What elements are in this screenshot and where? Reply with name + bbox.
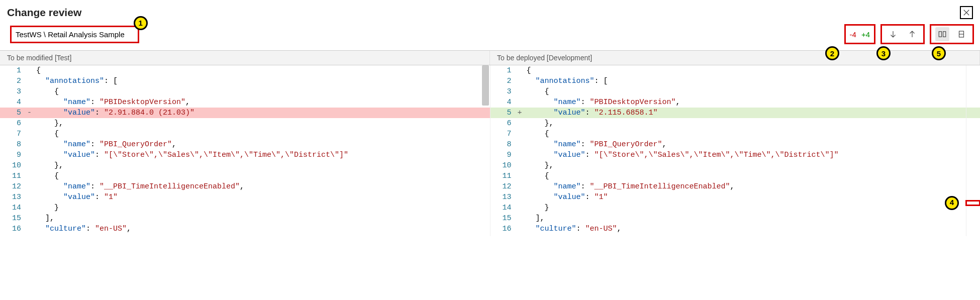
line-number: 6	[0, 118, 27, 129]
code-text: {	[34, 86, 490, 97]
code-line[interactable]: 6 },	[491, 118, 981, 129]
code-line[interactable]: 16 "culture": "en-US",	[0, 224, 490, 234]
code-line[interactable]: 11 {	[0, 171, 490, 181]
callout-3: 3	[876, 46, 891, 60]
code-line[interactable]: 4 "name": "PBIDesktopVersion",	[491, 97, 981, 108]
diff-marker	[27, 192, 34, 203]
line-number: 10	[491, 160, 518, 171]
code-line[interactable]: 11 {	[491, 171, 981, 181]
code-line[interactable]: 5+ "value": "2.115.6858.1"	[491, 108, 981, 118]
diff-marker	[27, 118, 34, 129]
diff-marker	[27, 65, 34, 76]
callout-1: 1	[134, 16, 148, 30]
diff-marker: +	[518, 108, 525, 118]
line-number: 4	[491, 97, 518, 108]
prev-diff-button[interactable]	[905, 27, 919, 41]
code-text: "annotations": [	[34, 76, 490, 86]
minimap[interactable]	[966, 65, 980, 236]
code-text: "name": "PBI_QueryOrder",	[525, 139, 981, 150]
code-line[interactable]: 5- "value": "2.91.884.0 (21.03)"	[0, 108, 490, 118]
code-line[interactable]: 9 "value": "[\"Store\",\"Sales\",\"Item\…	[491, 150, 981, 160]
code-line[interactable]: 6 },	[0, 118, 490, 129]
diff-marker	[27, 203, 34, 213]
code-line[interactable]: 2 "annotations": [	[491, 76, 981, 86]
svg-rect-0	[939, 32, 941, 37]
code-text: {	[34, 65, 490, 76]
code-text: "culture": "en-US",	[34, 224, 490, 234]
code-line[interactable]: 12 "name": "__PBI_TimeIntelligenceEnable…	[491, 181, 981, 192]
side-by-side-view-button[interactable]	[935, 27, 949, 41]
line-number: 15	[0, 213, 27, 224]
line-number: 16	[0, 224, 27, 234]
diff-marker	[518, 76, 525, 86]
diff-marker	[27, 160, 34, 171]
code-text: ],	[34, 213, 490, 224]
code-line[interactable]: 8 "name": "PBI_QueryOrder",	[491, 139, 981, 150]
arrow-up-icon	[908, 30, 917, 39]
diff-marker	[518, 160, 525, 171]
arrow-down-icon	[889, 30, 898, 39]
diff-count-group: -4 +4	[844, 24, 875, 44]
code-line[interactable]: 4 "name": "PBIDesktopVersion",	[0, 97, 490, 108]
diff-nav-group	[880, 24, 925, 44]
code-line[interactable]: 7 {	[491, 129, 981, 139]
code-line[interactable]: 8 "name": "PBI_QueryOrder",	[0, 139, 490, 150]
code-line[interactable]: 12 "name": "__PBI_TimeIntelligenceEnable…	[0, 181, 490, 192]
diff-marker	[27, 139, 34, 150]
view-mode-group	[930, 24, 974, 44]
toolbar-right: -4 +4	[844, 24, 974, 44]
inline-view-button[interactable]	[954, 27, 968, 41]
code-text: {	[34, 171, 490, 181]
code-line[interactable]: 3 {	[491, 86, 981, 97]
code-line[interactable]: 3 {	[0, 86, 490, 97]
code-text: "name": "__PBI_TimeIntelligenceEnabled",	[34, 181, 490, 192]
code-line[interactable]: 16 "culture": "en-US",	[491, 224, 981, 234]
code-text: "value": "2.115.6858.1"	[525, 108, 981, 118]
right-diff-pane[interactable]: 1{2 "annotations": [3 {4 "name": "PBIDes…	[491, 65, 981, 236]
code-line[interactable]: 14 }	[0, 203, 490, 213]
code-line[interactable]: 1{	[491, 65, 981, 76]
code-text: "name": "PBIDesktopVersion",	[525, 97, 981, 108]
close-button[interactable]	[960, 6, 973, 19]
code-line[interactable]: 15 ],	[491, 213, 981, 224]
line-number: 11	[491, 171, 518, 181]
code-text: {	[525, 129, 981, 139]
code-text: "name": "__PBI_TimeIntelligenceEnabled",	[525, 181, 981, 192]
left-scrollbar[interactable]	[481, 65, 490, 236]
line-number: 6	[491, 118, 518, 129]
code-line[interactable]: 13 "value": "1"	[0, 192, 490, 203]
code-text: }	[525, 203, 981, 213]
line-number: 7	[491, 129, 518, 139]
line-number: 3	[0, 86, 27, 97]
code-line[interactable]: 13 "value": "1"	[491, 192, 981, 203]
line-number: 7	[0, 129, 27, 139]
diff-marker	[518, 129, 525, 139]
code-line[interactable]: 7 {	[0, 129, 490, 139]
diff-marker	[518, 213, 525, 224]
code-text: }	[34, 203, 490, 213]
next-diff-button[interactable]	[886, 27, 900, 41]
diff-marker	[27, 213, 34, 224]
code-line[interactable]: 10 },	[0, 160, 490, 171]
left-diff-pane[interactable]: 1{2 "annotations": [3 {4 "name": "PBIDes…	[0, 65, 491, 236]
diff-body: 1{2 "annotations": [3 {4 "name": "PBIDes…	[0, 65, 980, 236]
line-number: 4	[0, 97, 27, 108]
line-number: 1	[0, 65, 27, 76]
code-line[interactable]: 14 }	[491, 203, 981, 213]
code-line[interactable]: 10 },	[491, 160, 981, 171]
code-text: "value": "1"	[34, 192, 490, 203]
code-line[interactable]: 15 ],	[0, 213, 490, 224]
diff-added-count: +4	[861, 30, 870, 39]
toolbar: TestWS \ Retail Analysis Sample 1 -4 +4	[0, 21, 980, 47]
code-text: {	[34, 129, 490, 139]
callout-5: 5	[932, 46, 946, 60]
code-line[interactable]: 1{	[0, 65, 490, 76]
code-text: },	[34, 118, 490, 129]
code-line[interactable]: 9 "value": "[\"Store\",\"Sales\",\"Item\…	[0, 150, 490, 160]
minimap-marker	[965, 200, 980, 206]
code-line[interactable]: 2 "annotations": [	[0, 76, 490, 86]
scrollbar-thumb[interactable]	[482, 65, 489, 106]
code-text: ],	[525, 213, 981, 224]
diff-marker	[518, 181, 525, 192]
diff-marker	[518, 86, 525, 97]
